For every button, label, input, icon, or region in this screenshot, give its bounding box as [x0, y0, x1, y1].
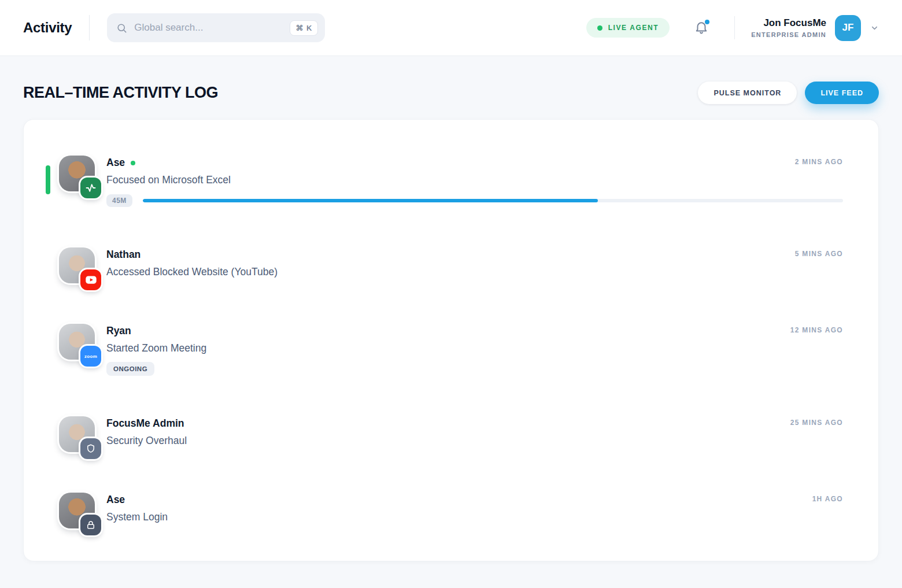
activity-body: Nathan Accessed Blocked Website (YouTube… [106, 247, 843, 283]
avatar-wrap [59, 416, 95, 452]
ongoing-status-badge: ONGOING [106, 362, 154, 376]
activity-description: Security Overhaul [106, 435, 843, 447]
avatar-wrap [59, 156, 95, 191]
header-divider [89, 15, 90, 40]
activity-body: Ase System Login [106, 493, 843, 528]
user-name: Nathan [106, 249, 141, 261]
focus-progress-bar [143, 199, 843, 202]
activity-description: Started Zoom Meeting [106, 342, 843, 354]
timestamp: 1H AGO [812, 495, 843, 503]
top-header: Activity ⌘ K LIVE AGENT Jon FocusMe [0, 0, 902, 56]
page-title: REAL–TIME ACTIVITY LOG [23, 84, 218, 102]
live-status-dot-icon [597, 25, 602, 31]
name-row: Ase [106, 494, 843, 506]
notifications-bell-button[interactable] [694, 20, 709, 35]
zoom-wordmark: zoom [84, 354, 97, 359]
activity-body: FocusMe Admin Security Overhaul [106, 416, 843, 452]
search-icon [116, 23, 127, 34]
avatar-wrap [59, 247, 95, 283]
avatar[interactable]: JF [835, 15, 861, 41]
search-input[interactable] [134, 22, 283, 34]
avatar-wrap: zoom [59, 324, 95, 360]
activity-description: Focused on Microsoft Excel [106, 174, 843, 186]
live-agent-label: LIVE AGENT [608, 24, 659, 32]
timestamp: 25 MINS AGO [790, 419, 843, 427]
title-row: REAL–TIME ACTIVITY LOG PULSE MONITOR LIV… [23, 82, 879, 104]
activity-row-nathan-youtube[interactable]: Nathan Accessed Blocked Website (YouTube… [59, 247, 843, 283]
user-name: Ase [106, 494, 125, 506]
app-title: Activity [23, 20, 72, 36]
lock-icon [80, 515, 101, 535]
activity-row-ase-login[interactable]: Ase System Login 1H AGO [59, 493, 843, 528]
activity-body: Ase Focused on Microsoft Excel 45M [106, 156, 843, 207]
activity-pulse-icon [80, 177, 101, 198]
avatar-wrap [59, 493, 95, 528]
page-actions: PULSE MONITOR LIVE FEED [698, 82, 879, 104]
activity-body: Ryan Started Zoom Meeting ONGOING [106, 324, 843, 376]
live-agent-status-badge: LIVE AGENT [586, 18, 670, 38]
duration-badge: 45M [106, 194, 132, 207]
pulse-monitor-button[interactable]: PULSE MONITOR [698, 82, 797, 104]
timestamp: 12 MINS AGO [790, 326, 843, 334]
name-row: FocusMe Admin [106, 417, 843, 430]
activity-description: System Login [106, 511, 843, 523]
header-right-cluster: LIVE AGENT Jon FocusMe ENTERPRISE ADMIN … [586, 15, 879, 41]
activity-row-ryan-zoom[interactable]: zoom Ryan Started Zoom Meeting ONGOING 1… [59, 324, 843, 376]
activity-description: Accessed Blocked Website (YouTube) [106, 266, 843, 278]
zoom-icon: zoom [80, 346, 101, 367]
activity-row-admin-security[interactable]: FocusMe Admin Security Overhaul 25 MINS … [59, 416, 843, 452]
user-meta: Jon FocusMe ENTERPRISE ADMIN [751, 17, 826, 38]
timestamp: 2 MINS AGO [795, 158, 843, 166]
user-name: Jon FocusMe [751, 17, 826, 29]
user-name: Ase [106, 157, 125, 169]
name-row: Ase [106, 157, 843, 169]
main-content: REAL–TIME ACTIVITY LOG PULSE MONITOR LIV… [0, 82, 902, 561]
user-name: Ryan [106, 325, 131, 337]
activity-row-ase-excel[interactable]: Ase Focused on Microsoft Excel 45M 2 MIN… [59, 156, 843, 207]
activity-feed-card: Ase Focused on Microsoft Excel 45M 2 MIN… [23, 119, 879, 561]
name-row: Nathan [106, 249, 843, 261]
global-search[interactable]: ⌘ K [107, 13, 325, 42]
focus-session-meta: 45M [106, 194, 843, 207]
profile-divider [734, 16, 735, 39]
youtube-icon [80, 269, 101, 290]
active-row-indicator [46, 165, 50, 194]
chevron-down-icon[interactable] [870, 24, 879, 32]
timestamp: 5 MINS AGO [795, 250, 843, 258]
name-row: Ryan [106, 325, 843, 337]
user-profile-menu[interactable]: Jon FocusMe ENTERPRISE ADMIN JF [751, 15, 879, 41]
search-shortcut-badge: ⌘ K [290, 20, 318, 36]
online-dot-icon [131, 161, 135, 165]
focus-progress-fill [143, 199, 598, 202]
user-name: FocusMe Admin [106, 417, 184, 430]
live-feed-button[interactable]: LIVE FEED [805, 82, 879, 104]
shield-icon [80, 438, 101, 459]
user-role: ENTERPRISE ADMIN [751, 31, 826, 38]
